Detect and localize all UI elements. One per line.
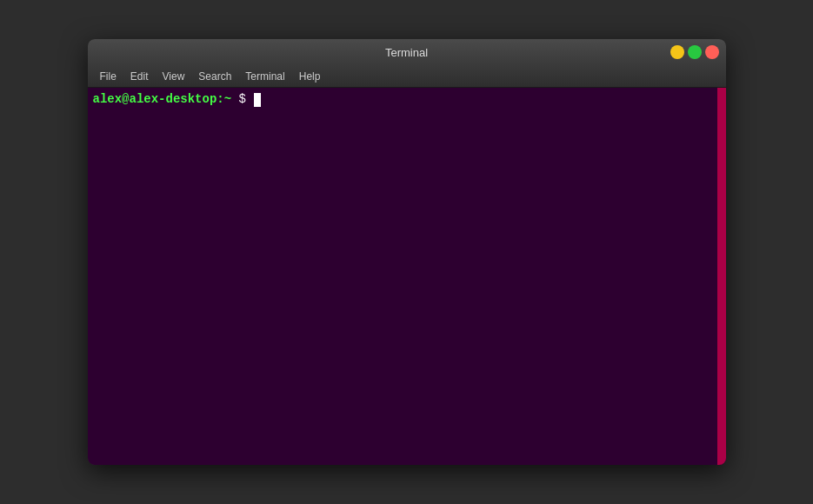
prompt-line: alex@alex-desktop:~ $ (93, 91, 710, 109)
terminal-body[interactable]: alex@alex-desktop:~ $ (88, 88, 726, 465)
menu-help[interactable]: Help (292, 69, 328, 84)
menu-edit[interactable]: Edit (123, 69, 156, 84)
menu-search[interactable]: Search (191, 69, 238, 84)
menu-terminal[interactable]: Terminal (238, 69, 291, 84)
minimize-button[interactable]: − (670, 45, 684, 59)
terminal-window: Terminal − □ × File Edit View Search Ter… (88, 39, 726, 465)
menu-view[interactable]: View (156, 69, 192, 84)
terminal-cursor (254, 93, 261, 107)
window-title: Terminal (385, 46, 428, 59)
prompt-user: alex@alex-desktop:~ (93, 91, 232, 109)
scrollbar-thumb[interactable] (717, 88, 726, 465)
window-controls: − □ × (670, 45, 719, 59)
prompt-symbol: $ (231, 91, 253, 109)
menu-file[interactable]: File (93, 69, 123, 84)
terminal-content[interactable]: alex@alex-desktop:~ $ (88, 88, 716, 465)
close-button[interactable]: × (705, 45, 719, 59)
scrollbar-track[interactable] (716, 88, 726, 465)
menubar: File Edit View Search Terminal Help (88, 65, 726, 88)
maximize-button[interactable]: □ (688, 45, 702, 59)
titlebar: Terminal − □ × (88, 39, 726, 65)
